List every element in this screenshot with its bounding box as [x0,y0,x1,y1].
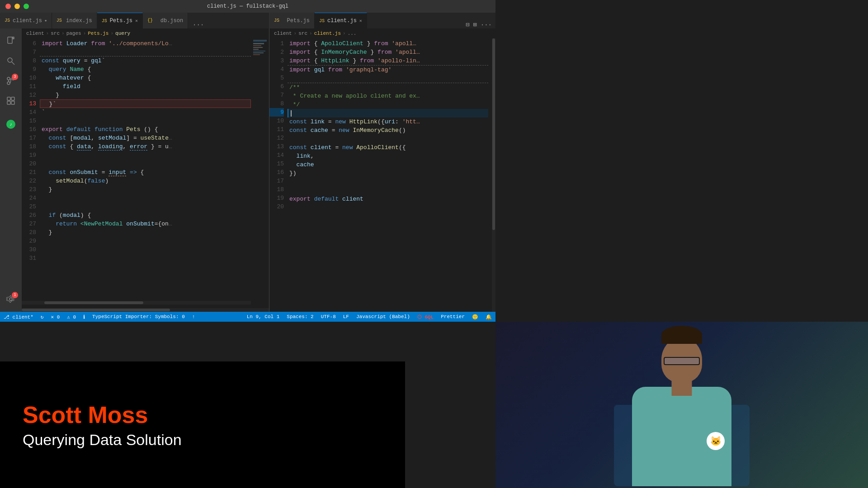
code-line: } [40,228,251,237]
activity-source-control[interactable]: 3 [2,72,20,90]
js-icon: JS [5,18,10,23]
code-line: }) [288,169,488,178]
code-line: return <NewPetModal onSubmit={on… [40,220,251,228]
breadcrumb-left: client › src › pages › Pets.js › query [22,28,269,38]
presenter-info: Scott Moss Querying Data Solution [23,401,182,449]
code-line: const { data, loading, error } = u… [40,142,251,151]
svg-point-2 [8,58,12,62]
encoding[interactable]: UTF-8 [321,314,336,320]
code-line [40,202,251,211]
code-line: if (modal) { [40,211,251,220]
error-count[interactable]: ✕ 0 [51,314,60,320]
spaces[interactable]: Spaces: 2 [287,314,313,320]
smile-icon[interactable]: 🙂 [472,314,478,320]
svg-rect-9 [11,97,14,100]
tab-client-js[interactable]: JS client.js ● [0,13,52,28]
presenter-name: Scott Moss [23,401,182,428]
json-icon: {} [147,18,153,23]
code-line: import { ApolloClient } from 'apoll… [288,39,488,48]
horizontal-scrollbar-left[interactable] [22,308,269,312]
code-line [288,135,488,143]
language-mode[interactable]: Javascript (Babel) [356,314,410,320]
tab-db-json[interactable]: {} db.json [143,13,188,28]
sync-status[interactable]: ↻ [41,314,44,320]
bell-icon[interactable]: 🔔 [486,314,492,320]
maximize-button[interactable] [24,4,29,9]
activity-extensions[interactable] [2,92,20,110]
scrollbar-thumb[interactable] [22,309,170,311]
titlebar: client.js — fullstack-gql [0,0,495,13]
activity-search[interactable] [2,52,20,70]
status-right: Ln 9, Col 1 Spaces: 2 UTF-8 LF Javascrip… [247,314,492,320]
activity-files[interactable] [2,32,20,50]
line-ending[interactable]: LF [343,314,349,320]
more-tabs[interactable]: ··· [188,21,208,28]
code-line: ` [40,108,251,117]
code-line-error: }` [40,99,251,108]
code-line: export default client [288,195,488,203]
more-actions-icon[interactable]: ··· [481,21,492,28]
svg-line-3 [12,62,14,65]
js-icon: JS [57,18,62,23]
layout-icon[interactable]: ⊞ [473,21,476,28]
code-line [288,74,488,83]
svg-point-4 [7,77,10,80]
code-line [288,203,488,212]
line-numbers-left: 6 7 8 9 10 11 12 13 14 15 16 17 18 19 20… [22,38,40,308]
tab-pets-js[interactable]: JS Pets.js ✕ [97,13,143,28]
tab-label: db.json [160,18,183,24]
dirty-indicator: ● [45,19,47,23]
tab-pets-js-right[interactable]: JS Pets.js [269,13,315,28]
code-line: import { InMemoryCache } from 'apoll… [288,48,488,56]
tab-label: client.js [13,18,42,24]
info-icon[interactable]: ℹ [83,314,85,320]
code-line: } [40,185,251,194]
svg-point-6 [7,82,10,84]
window-controls[interactable] [5,4,29,9]
gql-status[interactable]: ⬡ GQL [417,314,434,320]
code-line [288,178,488,186]
line-col[interactable]: Ln 9, Col 1 [247,314,280,320]
code-line: setModal(false) [40,177,251,185]
code-line: const [modal, setModal] = useState… [40,134,251,142]
source-control-badge: 3 [12,74,18,80]
git-branch[interactable]: ⎇ client* [4,314,33,320]
tab-close-client[interactable]: ✕ [359,18,362,23]
code-line: link, [288,152,488,160]
window-title: client.js — fullstack-gql [207,3,288,9]
code-line [288,186,488,195]
code-line: cache [288,160,488,169]
status-bar: ⎇ client* ↻ ✕ 0 ⚠ 0 ℹ TypeScript Importe… [0,312,495,322]
tab-client-js-right[interactable]: JS client.js ✕ [315,13,367,28]
code-line: const cache = new InMemoryCache() [288,126,488,135]
code-line: */ [288,100,488,109]
ts-import-icon[interactable]: ↑ [192,314,195,319]
line-numbers-right: 1 2 3 4 5 6 7 8 9 10 11 12 13 14 15 16 1 [269,38,288,312]
code-line [40,194,251,202]
warning-count[interactable]: ⚠ 0 [67,314,76,320]
code-line: const link = new HttpLink({uri: 'htt… [288,117,488,126]
settings-badge: 1 [12,292,18,298]
tab-close-pets[interactable]: ✕ [135,18,138,23]
minimize-button[interactable] [14,4,20,9]
left-code-area: 6 7 8 9 10 11 12 13 14 15 16 17 18 19 20… [22,38,269,308]
code-line: const query = gql` [40,56,251,65]
code-line: query Name { [40,65,251,74]
presenter-area: Scott Moss Querying Data Solution [0,361,405,488]
breadcrumb-right: client › src › client.js › ... [269,28,495,38]
code-line [40,151,251,160]
js-icon: JS [274,18,279,23]
code-line: /** [288,83,488,92]
prettier-status[interactable]: Prettier [441,314,465,320]
code-line: import gql from 'graphql-tag' [288,66,488,74]
close-button[interactable] [5,4,11,9]
activity-spotify[interactable]: ♪ [2,115,20,133]
svg-point-12 [9,298,12,300]
activity-settings[interactable]: 1 [2,290,20,308]
code-line: const client = new ApolloClient({ [288,143,488,152]
split-editor-icon[interactable]: ⊟ [466,21,469,28]
code-line-cursor [288,109,488,117]
svg-rect-0 [8,37,12,43]
tab-index-js[interactable]: JS index.js [52,13,97,28]
language-server[interactable]: TypeScript Importer: Symbols: 0 [92,314,185,319]
